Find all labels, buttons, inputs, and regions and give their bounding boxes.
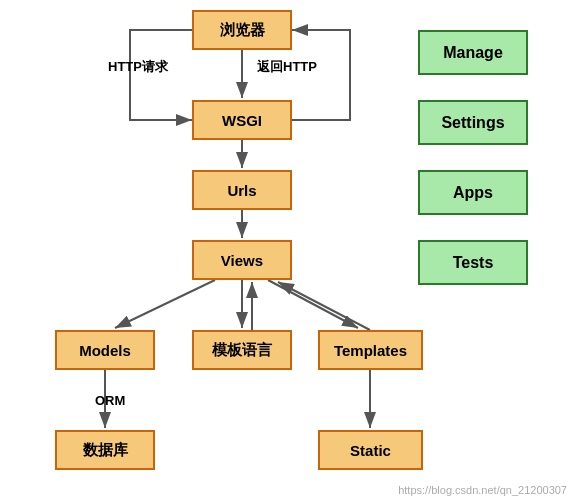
views-box: Views: [192, 240, 292, 280]
wsgi-box: WSGI: [192, 100, 292, 140]
models-box: Models: [55, 330, 155, 370]
return-http-label: 返回HTTP: [257, 58, 317, 76]
apps-box: Apps: [418, 170, 528, 215]
urls-box: Urls: [192, 170, 292, 210]
watermark: https://blog.csdn.net/qn_21200307: [398, 484, 567, 496]
svg-line-5: [115, 280, 215, 328]
diagram-container: 浏览器 WSGI Urls Views Models 模板语言 Template…: [0, 0, 573, 500]
svg-line-7: [268, 280, 358, 328]
tests-box: Tests: [418, 240, 528, 285]
settings-box: Settings: [418, 100, 528, 145]
orm-label: ORM: [95, 393, 125, 408]
database-box: 数据库: [55, 430, 155, 470]
browser-box: 浏览器: [192, 10, 292, 50]
manage-box: Manage: [418, 30, 528, 75]
http-request-label: HTTP请求: [108, 58, 168, 76]
template-lang-box: 模板语言: [192, 330, 292, 370]
static-box: Static: [318, 430, 423, 470]
templates-box: Templates: [318, 330, 423, 370]
svg-line-9: [278, 282, 370, 330]
